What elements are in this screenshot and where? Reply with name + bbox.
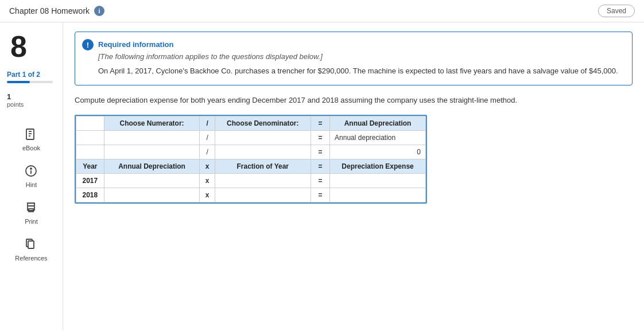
content-area: ! Required information [The following in… [63, 22, 644, 330]
info-icon[interactable]: i [94, 6, 104, 16]
empty-cell-r3 [76, 145, 104, 159]
x-2017: x [200, 174, 215, 188]
table-header-row: Choose Numerator: / Choose Denominator: … [76, 116, 426, 131]
year-col-header: Year [76, 159, 104, 174]
table-container: Choose Numerator: / Choose Denominator: … [75, 115, 427, 204]
dep-expense-2017-input[interactable] [335, 177, 421, 185]
table-row-2017: 2017 x = [76, 174, 426, 188]
slash-r3: / [200, 145, 215, 159]
fraction-2018-cell[interactable] [215, 188, 311, 203]
numerator-input-2[interactable] [109, 148, 195, 156]
print-label: Print [25, 218, 38, 225]
table-row-2018: 2018 x = [76, 188, 426, 203]
sidebar-item-references[interactable]: References [15, 236, 47, 262]
left-sidebar: 8 Part 1 of 2 1 points eBook [0, 22, 63, 330]
fraction-col-header: Fraction of Year [215, 159, 311, 174]
saved-button[interactable]: Saved [598, 5, 635, 17]
part-label: Part 1 of 2 [7, 71, 40, 79]
part-progress [7, 81, 53, 83]
top-bar-left: Chapter 08 Homework i [9, 6, 104, 16]
equals-header: = [311, 116, 329, 131]
denominator-input-cell-2[interactable] [215, 145, 311, 159]
sidebar-icons: eBook Hint [15, 126, 47, 262]
fraction-2017-input[interactable] [220, 177, 306, 185]
fraction-2018-input[interactable] [220, 191, 306, 199]
numerator-input-cell-2[interactable] [104, 145, 200, 159]
denominator-input-2[interactable] [220, 148, 306, 156]
annual-dep-col-header: Annual Depreciation [104, 159, 200, 174]
svg-rect-10 [28, 241, 34, 248]
equals-col-header: = [311, 159, 329, 174]
annual-dep-2018-input[interactable] [109, 191, 195, 199]
ebook-label: eBook [22, 145, 40, 151]
exclamation-icon: ! [82, 39, 94, 50]
empty-cell-r2 [76, 131, 104, 145]
main-layout: 8 Part 1 of 2 1 points eBook [0, 22, 644, 330]
year-2018: 2018 [76, 188, 104, 203]
question-text: Compute depreciation expense for both ye… [75, 95, 633, 106]
empty-header-cell [76, 116, 104, 131]
fraction-2017-cell[interactable] [215, 174, 311, 188]
annual-depreciation-value: Annual depreciation [330, 131, 426, 145]
dep-expense-col-header: Depreciation Expense [330, 159, 426, 174]
references-label: References [15, 255, 47, 262]
points-value: 1 [7, 92, 11, 101]
depreciation-table: Choose Numerator: / Choose Denominator: … [76, 116, 426, 203]
svg-rect-0 [26, 129, 34, 139]
question-number: 8 [10, 32, 27, 61]
table-row-2: / = Annual depreciation [76, 131, 426, 145]
denominator-header: Choose Denominator: [215, 116, 311, 131]
part-progress-fill [7, 81, 30, 83]
page-title: Chapter 08 Homework [9, 6, 90, 15]
slash-header: / [200, 116, 215, 131]
equals-r2: = [311, 131, 329, 145]
print-icon [23, 200, 39, 216]
slash-r2: / [200, 131, 215, 145]
equals-r3: = [311, 145, 329, 159]
dep-expense-2018-cell[interactable] [330, 188, 426, 203]
references-icon [23, 236, 39, 252]
table-row-3: / = 0 [76, 145, 426, 159]
annual-dep-2017-cell[interactable] [104, 174, 200, 188]
numerator-input-cell[interactable] [104, 131, 200, 145]
hint-label: Hint [26, 181, 37, 188]
dep-expense-2017-cell[interactable] [330, 174, 426, 188]
annual-dep-2017-input[interactable] [109, 177, 195, 185]
points-label: points [7, 101, 24, 108]
info-box-title: Required information [98, 40, 623, 49]
numerator-header: Choose Numerator: [104, 116, 200, 131]
hint-icon [23, 163, 39, 179]
equals-2017: = [311, 174, 329, 188]
info-box-subtitle: [The following information applies to th… [98, 52, 623, 61]
zero-value: 0 [330, 145, 426, 159]
dep-expense-2018-input[interactable] [335, 191, 421, 199]
annual-depreciation-header: Annual Depreciation [330, 116, 426, 131]
numerator-input[interactable] [109, 134, 195, 142]
svg-point-5 [30, 168, 32, 169]
info-box-body: On April 1, 2017, Cyclone's Backhoe Co. … [98, 65, 623, 77]
top-bar: Chapter 08 Homework i Saved [0, 0, 644, 22]
x-col-header: x [200, 159, 215, 174]
denominator-input[interactable] [220, 134, 306, 142]
bottom-header-row: Year Annual Depreciation x Fraction of Y… [76, 159, 426, 174]
annual-dep-2018-cell[interactable] [104, 188, 200, 203]
x-2018: x [200, 188, 215, 203]
sidebar-item-hint[interactable]: Hint [23, 163, 39, 188]
equals-2018: = [311, 188, 329, 203]
year-2017: 2017 [76, 174, 104, 188]
sidebar-item-print[interactable]: Print [23, 200, 39, 225]
info-box: ! Required information [The following in… [75, 32, 633, 85]
sidebar-item-ebook[interactable]: eBook [22, 126, 40, 151]
ebook-icon [23, 126, 39, 142]
denominator-input-cell[interactable] [215, 131, 311, 145]
